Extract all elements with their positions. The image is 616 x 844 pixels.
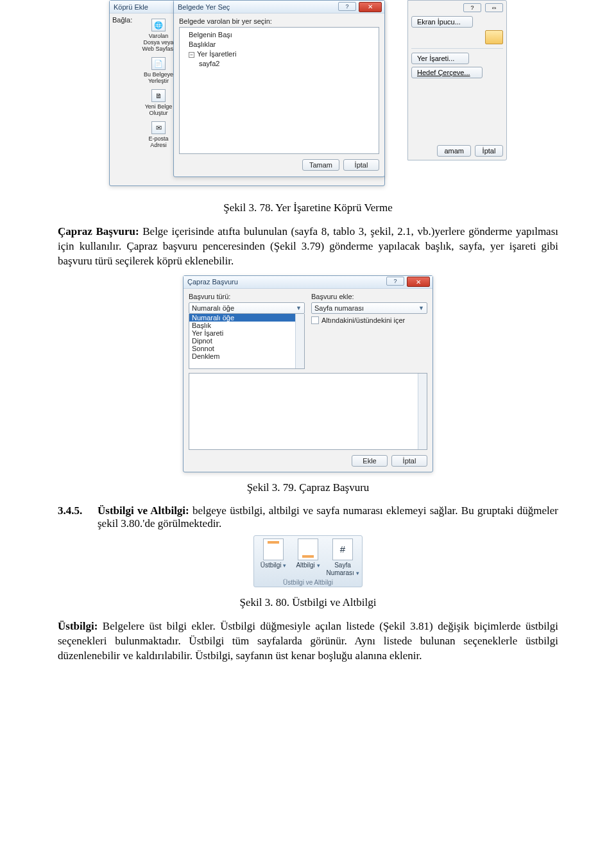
minimize-icon[interactable]: ▭ — [485, 3, 503, 12]
sayfa-numarasi-button[interactable]: # Sayfa Numarası ▾ — [326, 538, 359, 577]
list-item[interactable]: Numaralı öğe — [189, 314, 304, 322]
paragraph-ustbilgi: Üstbilgi: Belgelere üst bilgi ekler. Üst… — [58, 619, 558, 664]
close-icon[interactable]: ✕ — [407, 277, 430, 287]
button-label: İptal — [355, 161, 368, 169]
folder-icon[interactable] — [485, 30, 503, 44]
sidebar-item-label: Varolan Dosya veya Web Sayfası — [142, 33, 175, 52]
target-list[interactable] — [189, 373, 427, 450]
belgede-yer-sec-dialog: Belgede Yer Seç ? ✕ Belgede varolan bir … — [173, 0, 385, 177]
tamam-button[interactable]: Tamam — [302, 159, 339, 171]
figure-hyperlink-dialogs: ? ▭ Ekran İpucu... Yer İşareti... Hedef … — [109, 0, 507, 193]
button-label: Ekran İpucu... — [417, 18, 461, 26]
hedef-cerceve-button[interactable]: Hedef Çerçeve... — [411, 67, 483, 78]
location-tree[interactable]: Belgenin Başı Başlıklar −Yer İşaretleri … — [179, 27, 379, 154]
list-item[interactable]: Yer İşareti — [189, 329, 304, 337]
amam-button[interactable]: amam — [437, 145, 471, 157]
dialog-titlebar: Çapraz Başvuru ? ✕ — [184, 276, 432, 289]
list-item[interactable]: Sonnot — [189, 345, 304, 352]
sidebar-item-new-document[interactable]: 🗎Yeni Belge Oluştur — [140, 88, 177, 117]
document-icon: 📄 — [151, 57, 166, 70]
select-value: Numaralı öğe — [192, 304, 234, 312]
button-label: İptal — [403, 457, 416, 465]
ribbon-label: Sayfa Numarası ▾ — [326, 562, 359, 577]
ribbon-label: Altbilgi ▾ — [291, 562, 325, 569]
button-label: Tamam — [309, 161, 332, 169]
help-icon[interactable]: ? — [386, 277, 404, 286]
ustbilgi-button[interactable]: Üstbilgi ▾ — [257, 538, 290, 577]
checkbox-icon[interactable] — [311, 316, 319, 324]
button-label: Hedef Çerçeve... — [417, 69, 470, 76]
page-number-icon: # — [332, 538, 353, 560]
dialog-title: Çapraz Başvuru — [187, 278, 238, 286]
paragraph-text: Belgelere üst bilgi ekler. Üstbilgi düğm… — [58, 620, 558, 662]
sidebar-item-label: E-posta Adresi — [148, 135, 168, 148]
button-label: Yer İşareti... — [417, 55, 454, 62]
tree-item-top[interactable]: Belgenin Başı — [182, 30, 376, 40]
instruction-label: Belgede varolan bir yer seçin: — [179, 17, 379, 25]
basvuru-ekle-select[interactable]: Sayfa numarası ▼ — [311, 302, 427, 314]
list-item[interactable]: Denklem — [189, 352, 304, 360]
sidebar-item-existing-file[interactable]: 🌐Varolan Dosya veya Web Sayfası — [140, 17, 177, 53]
chevron-down-icon: ▼ — [418, 305, 424, 311]
collapse-icon[interactable]: − — [189, 52, 194, 58]
help-icon[interactable]: ? — [338, 2, 356, 11]
list-item[interactable]: Başlık — [189, 322, 304, 329]
dialog-title: Belgede Yer Seç — [178, 3, 230, 11]
section-3-4-5: 3.4.5. Üstbilgi ve Altbilgi: belgeye üst… — [58, 504, 558, 530]
button-label: amam — [444, 147, 464, 155]
iptal-button[interactable]: İptal — [343, 159, 379, 171]
checkbox-label: Altındakini/üstündekini içer — [321, 316, 405, 324]
ribbon-group-label: Üstbilgi ve Altbilgi — [256, 579, 360, 586]
altindakini-checkbox-row[interactable]: Altındakini/üstündekini içer — [311, 316, 427, 324]
basvuru-ekle-label: Başvuru ekle: — [311, 293, 427, 300]
capraz-basvuru-dialog: Çapraz Başvuru ? ✕ Başvuru türü: Numaral… — [183, 275, 433, 472]
tree-item-bookmarks[interactable]: −Yer İşaretleri — [182, 49, 376, 59]
chevron-down-icon: ▼ — [296, 305, 302, 311]
help-icon[interactable]: ? — [463, 3, 481, 12]
paragraph-bold-lead: Çapraz Başvuru: — [58, 225, 139, 237]
ekran-ipucu-button[interactable]: Ekran İpucu... — [411, 16, 473, 28]
globe-icon: 🌐 — [151, 19, 166, 31]
tree-item-headings[interactable]: Başlıklar — [182, 40, 376, 49]
list-item[interactable]: Dipnot — [189, 337, 304, 345]
email-icon: ✉ — [151, 121, 166, 134]
ustbilgi-altbilgi-ribbon-group: Üstbilgi ▾ Altbilgi ▾ # Sayfa Numarası ▾… — [253, 535, 363, 587]
figure-caption-2: Şekil 3. 79. Çapraz Başvuru — [58, 481, 558, 494]
paragraph-bold-lead: Üstbilgi: — [58, 620, 98, 632]
sidebar-item-label: Yeni Belge Oluştur — [145, 103, 173, 116]
scrollbar[interactable] — [295, 314, 304, 368]
dialog-title: Köprü Ekle — [114, 3, 148, 11]
yer-isareti-button[interactable]: Yer İşareti... — [411, 53, 469, 64]
basvuru-turu-listbox[interactable]: Numaralı öğe Başlık Yer İşareti Dipnot S… — [189, 314, 305, 369]
basvuru-turu-select[interactable]: Numaralı öğe ▼ — [189, 302, 305, 314]
ribbon-label: Üstbilgi ▾ — [257, 562, 290, 569]
dialog-titlebar: Belgede Yer Seç ? ✕ — [174, 1, 384, 13]
button-label: Ekle — [363, 457, 376, 465]
bagla-label: Bağla: — [112, 16, 137, 24]
new-document-icon: 🗎 — [151, 89, 166, 102]
scrollbar[interactable] — [418, 374, 427, 449]
sidebar-item-label: Bu Belgeye Yerleştir — [144, 71, 173, 84]
select-value: Sayfa numarası — [314, 304, 364, 312]
ekle-button[interactable]: Ekle — [352, 455, 388, 467]
header-icon — [263, 538, 284, 560]
tree-item-sayfa2[interactable]: sayfa2 — [182, 59, 376, 69]
close-icon[interactable]: ✕ — [359, 2, 382, 12]
sidebar-item-email[interactable]: ✉E-posta Adresi — [140, 120, 177, 150]
section-title: Üstbilgi ve Altbilgi: — [98, 504, 189, 517]
chevron-down-icon: ▾ — [317, 562, 320, 569]
iptal-button[interactable]: İptal — [475, 145, 503, 157]
chevron-down-icon: ▾ — [356, 570, 359, 576]
footer-icon — [298, 538, 318, 560]
sidebar-item-this-document[interactable]: 📄Bu Belgeye Yerleştir — [140, 56, 177, 85]
figure-caption-1: Şekil 3. 78. Yer İşaretine Köprü Verme — [58, 202, 558, 214]
section-number: 3.4.5. — [58, 504, 98, 530]
hyperlink-dialog-right-panel: ? ▭ Ekran İpucu... Yer İşareti... Hedef … — [407, 0, 507, 160]
button-label: İptal — [483, 147, 496, 155]
iptal-button[interactable]: İptal — [391, 455, 427, 467]
chevron-down-icon: ▾ — [283, 562, 286, 569]
bagla-sidebar: 🌐Varolan Dosya veya Web Sayfası 📄Bu Belg… — [139, 16, 178, 151]
paragraph-capraz-basvuru: Çapraz Başvuru: Belge içerisinde atıfta … — [58, 225, 558, 269]
basvuru-turu-label: Başvuru türü: — [189, 293, 305, 300]
altbilgi-button[interactable]: Altbilgi ▾ — [291, 538, 325, 577]
